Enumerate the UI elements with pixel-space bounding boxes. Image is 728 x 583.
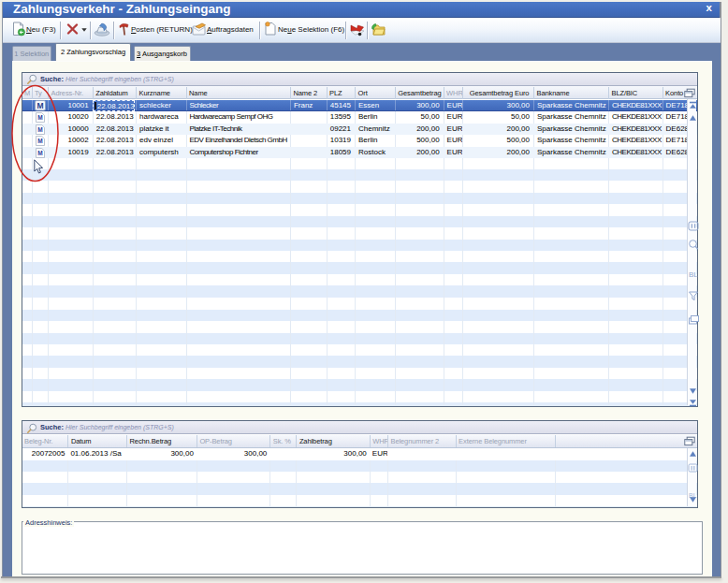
svg-text:BL: BL [689, 270, 698, 279]
